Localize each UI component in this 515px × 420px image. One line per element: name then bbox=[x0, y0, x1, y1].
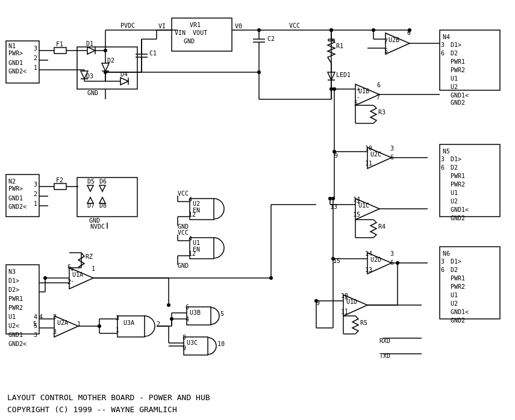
footer-line1: LAYOUT CONTROL MOTHER BOARD - POWER AND … bbox=[7, 392, 210, 404]
footer-line2: COPYRIGHT (C) 1999 -- WAYNE GRAMLICH bbox=[7, 404, 210, 416]
footer-text: LAYOUT CONTROL MOTHER BOARD - POWER AND … bbox=[7, 392, 210, 415]
schematic-container: LAYOUT CONTROL MOTHER BOARD - POWER AND … bbox=[0, 0, 515, 420]
